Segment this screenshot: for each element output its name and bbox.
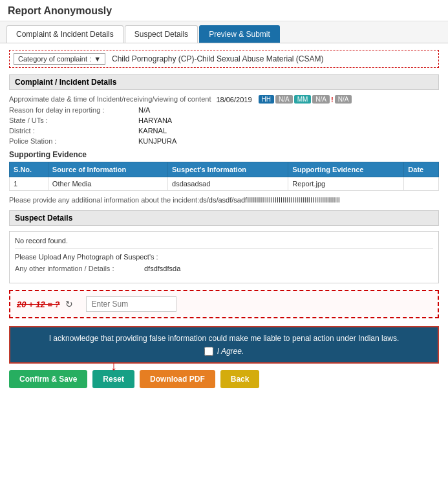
additional-info-value: ds/ds/asdf/sadfIIIIIIIIIIIIIIIIIIIIIIIII…	[199, 196, 340, 204]
supporting-header: Supporting Evidence	[9, 150, 439, 159]
page-title: Report Anonymously	[8, 5, 112, 16]
field-police-label: Police Station :	[9, 137, 138, 145]
content-area: Category of complaint : ▼ Child Pornogra…	[0, 43, 448, 401]
field-police: Police Station : KUNJPURA	[9, 137, 439, 145]
tab-preview[interactable]: Preview & Submit	[199, 25, 280, 43]
captcha-input[interactable]	[86, 296, 176, 312]
evidence-table-header: S.No. Source of Information Suspect's In…	[10, 162, 439, 177]
field-delay: Reason for delay in reporting : N/A	[9, 106, 439, 114]
field-date-value: 18/06/2019	[216, 96, 251, 104]
page-header: Report Anonymously	[0, 0, 448, 21]
acknowledge-text: I acknowledge that providing false infor…	[19, 334, 429, 343]
category-label: Category of complaint : ▼	[14, 53, 105, 65]
badge-hh: HH	[259, 95, 274, 104]
badge-mm: MM	[294, 95, 312, 104]
tab-complaint[interactable]: Complaint & Incident Details	[6, 25, 123, 43]
evidence-table: S.No. Source of Information Suspect's In…	[9, 162, 439, 191]
download-pdf-button[interactable]: Download PDF	[140, 370, 215, 388]
no-record-text: No record found.	[15, 237, 433, 245]
category-box: Category of complaint : ▼ Child Pornogra…	[9, 50, 439, 68]
field-delay-label: Reason for delay in reporting :	[9, 106, 138, 114]
upload-label: Please Upload Any Photograph of Suspect'…	[15, 253, 433, 261]
col-date: Date	[404, 162, 439, 177]
tab-suspect[interactable]: Suspect Details	[125, 25, 198, 43]
cell-evidence: Report.jpg	[288, 177, 404, 191]
cell-source: Other Media	[48, 177, 167, 191]
badge-na1: N/A	[275, 95, 293, 104]
arrow-icon: ↓	[111, 358, 117, 373]
badge-na2: N/A	[312, 95, 330, 104]
field-delay-value: N/A	[138, 106, 150, 114]
cell-suspect-info: dsdasadsad	[168, 177, 288, 191]
cell-sno: 1	[10, 177, 48, 191]
field-district-value: KARNAL	[138, 127, 167, 135]
col-source: Source of Information	[48, 162, 167, 177]
date-badges: HH N/A MM N/A ! N/A	[259, 95, 352, 104]
col-suspect-info: Suspect's Information	[168, 162, 288, 177]
back-button[interactable]: Back	[220, 370, 260, 388]
additional-info-row: Please provide any additional informatio…	[9, 196, 439, 204]
captcha-question: 20 + 12 = ?	[17, 300, 60, 309]
suspect-box: No record found. Please Upload Any Photo…	[9, 231, 439, 283]
field-district-label: District :	[9, 127, 138, 135]
other-info-label: Any other information / Details :	[15, 265, 144, 272]
buttons-row: Confirm & Save Reset ↓ Download PDF Back	[9, 370, 439, 395]
complaint-section-header: Complaint / Incident Details	[9, 74, 439, 90]
other-info-row: Any other information / Details : dfsdfs…	[15, 265, 433, 272]
field-state-value: HARYANA	[138, 116, 172, 124]
divider	[15, 248, 433, 249]
date-row: 18/06/2019 HH N/A MM N/A ! N/A	[216, 95, 352, 104]
captcha-refresh-icon[interactable]: ↻	[65, 299, 73, 309]
field-district: District : KARNAL	[9, 127, 439, 135]
field-state: State / UTs : HARYANA	[9, 116, 439, 124]
agree-label: I Agree.	[217, 347, 244, 356]
field-state-label: State / UTs :	[9, 116, 138, 124]
agree-checkbox[interactable]	[204, 347, 213, 356]
arrow-wrapper: Reset ↓	[92, 370, 134, 388]
field-date-label: Approximate date & time of Incident/rece…	[9, 95, 216, 103]
badge-na3: N/A	[335, 95, 352, 104]
additional-info-label: Please provide any additional informatio…	[9, 196, 199, 204]
confirm-save-button[interactable]: Confirm & Save	[9, 370, 87, 388]
table-row: 1 Other Media dsdasadsad Report.jpg	[10, 177, 439, 191]
agree-row: I Agree.	[19, 347, 429, 356]
col-evidence: Supporting Evidence	[288, 162, 404, 177]
captcha-section: 20 + 12 = ? ↻	[9, 290, 439, 318]
other-info-value: dfsdfsdfsda	[144, 265, 180, 272]
suspect-section-header: Suspect Details	[9, 210, 439, 226]
field-police-value: KUNJPURA	[138, 137, 176, 145]
page-wrapper: Report Anonymously Complaint & Incident …	[0, 0, 448, 504]
captcha-wrapper: 20 + 12 = ? ↻	[17, 299, 73, 309]
acknowledge-box: I acknowledge that providing false infor…	[9, 326, 439, 364]
tabs-bar: Complaint & Incident Details Suspect Det…	[0, 21, 448, 43]
col-sno: S.No.	[10, 162, 48, 177]
field-date: Approximate date & time of Incident/rece…	[9, 95, 439, 104]
category-value: Child Pornography (CP)-Child Sexual Abus…	[112, 53, 323, 65]
cell-date	[404, 177, 439, 191]
separator: !	[331, 96, 334, 104]
